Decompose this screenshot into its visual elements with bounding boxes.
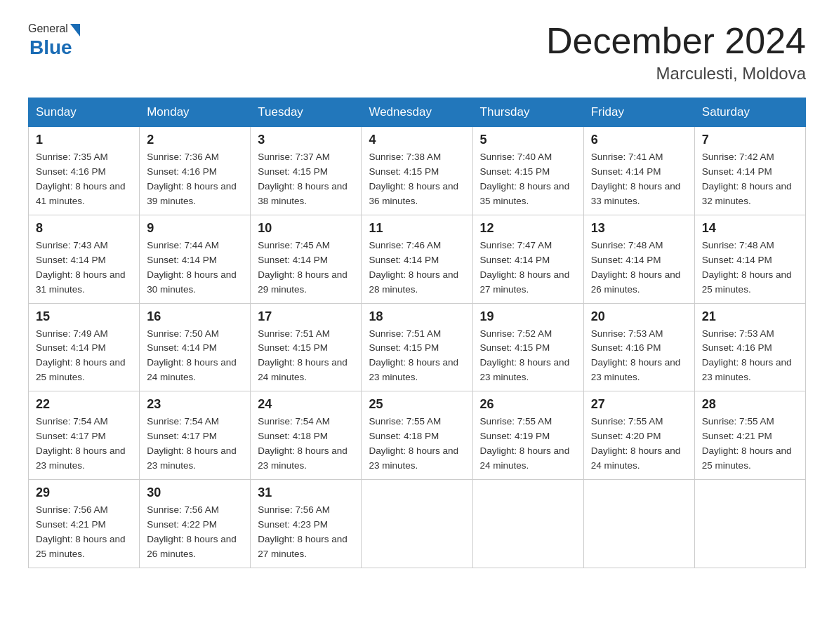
weekday-header-saturday: Saturday	[694, 98, 805, 127]
calendar-cell: 2 Sunrise: 7:36 AMSunset: 4:16 PMDayligh…	[140, 127, 251, 215]
calendar-cell: 25 Sunrise: 7:55 AMSunset: 4:18 PMDaylig…	[362, 391, 472, 480]
calendar-cell: 17 Sunrise: 7:51 AMSunset: 4:15 PMDaylig…	[251, 303, 362, 391]
logo: General Blue	[28, 21, 80, 59]
day-number: 28	[702, 397, 798, 412]
day-info: Sunrise: 7:41 AMSunset: 4:14 PMDaylight:…	[591, 152, 681, 206]
calendar-cell: 20 Sunrise: 7:53 AMSunset: 4:16 PMDaylig…	[583, 303, 694, 391]
calendar-cell: 29 Sunrise: 7:56 AMSunset: 4:21 PMDaylig…	[29, 479, 140, 568]
calendar-cell: 4 Sunrise: 7:38 AMSunset: 4:15 PMDayligh…	[362, 127, 472, 215]
day-info: Sunrise: 7:42 AMSunset: 4:14 PMDaylight:…	[702, 152, 792, 206]
calendar-cell: 30 Sunrise: 7:56 AMSunset: 4:22 PMDaylig…	[140, 479, 251, 568]
location-subtitle: Marculesti, Moldova	[546, 64, 806, 83]
calendar-cell: 6 Sunrise: 7:41 AMSunset: 4:14 PMDayligh…	[583, 127, 694, 215]
month-year-title: December 2024	[546, 21, 806, 61]
day-info: Sunrise: 7:46 AMSunset: 4:14 PMDaylight:…	[369, 240, 458, 295]
calendar-cell: 9 Sunrise: 7:44 AMSunset: 4:14 PMDayligh…	[140, 215, 251, 303]
day-info: Sunrise: 7:37 AMSunset: 4:15 PMDaylight:…	[258, 152, 348, 206]
day-number: 9	[147, 221, 243, 236]
calendar-cell: 28 Sunrise: 7:55 AMSunset: 4:21 PMDaylig…	[694, 391, 805, 480]
day-number: 23	[147, 397, 243, 412]
calendar-week-5: 29 Sunrise: 7:56 AMSunset: 4:21 PMDaylig…	[29, 479, 806, 568]
day-info: Sunrise: 7:38 AMSunset: 4:15 PMDaylight:…	[369, 152, 458, 206]
calendar-week-1: 1 Sunrise: 7:35 AMSunset: 4:16 PMDayligh…	[29, 127, 806, 215]
day-number: 12	[480, 221, 576, 236]
day-number: 31	[258, 485, 354, 500]
calendar-cell: 11 Sunrise: 7:46 AMSunset: 4:14 PMDaylig…	[362, 215, 472, 303]
calendar-cell: 10 Sunrise: 7:45 AMSunset: 4:14 PMDaylig…	[251, 215, 362, 303]
calendar-cell: 14 Sunrise: 7:48 AMSunset: 4:14 PMDaylig…	[694, 215, 805, 303]
day-info: Sunrise: 7:55 AMSunset: 4:18 PMDaylight:…	[369, 416, 458, 471]
day-info: Sunrise: 7:49 AMSunset: 4:14 PMDaylight:…	[36, 328, 126, 383]
day-number: 11	[369, 221, 465, 236]
calendar-cell: 23 Sunrise: 7:54 AMSunset: 4:17 PMDaylig…	[140, 391, 251, 480]
day-number: 20	[591, 309, 687, 324]
calendar-cell: 1 Sunrise: 7:35 AMSunset: 4:16 PMDayligh…	[29, 127, 140, 215]
day-number: 19	[480, 309, 576, 324]
day-number: 30	[147, 485, 243, 500]
day-info: Sunrise: 7:35 AMSunset: 4:16 PMDaylight:…	[36, 152, 126, 206]
day-info: Sunrise: 7:45 AMSunset: 4:14 PMDaylight:…	[258, 240, 348, 295]
weekday-header-sunday: Sunday	[29, 98, 140, 127]
day-info: Sunrise: 7:53 AMSunset: 4:16 PMDaylight:…	[702, 328, 792, 383]
day-number: 4	[369, 133, 465, 147]
day-info: Sunrise: 7:48 AMSunset: 4:14 PMDaylight:…	[702, 240, 792, 295]
day-info: Sunrise: 7:43 AMSunset: 4:14 PMDaylight:…	[36, 240, 126, 295]
day-number: 13	[591, 221, 687, 236]
day-info: Sunrise: 7:53 AMSunset: 4:16 PMDaylight:…	[591, 328, 681, 383]
page-header: General Blue December 2024 Marculesti, M…	[28, 21, 806, 83]
day-number: 3	[258, 133, 354, 147]
day-info: Sunrise: 7:36 AMSunset: 4:16 PMDaylight:…	[147, 152, 237, 206]
calendar-cell	[362, 479, 472, 568]
day-number: 22	[36, 397, 132, 412]
day-info: Sunrise: 7:52 AMSunset: 4:15 PMDaylight:…	[480, 328, 570, 383]
calendar-cell: 31 Sunrise: 7:56 AMSunset: 4:23 PMDaylig…	[251, 479, 362, 568]
calendar-cell: 12 Sunrise: 7:47 AMSunset: 4:14 PMDaylig…	[472, 215, 583, 303]
calendar-cell	[472, 479, 583, 568]
calendar-cell: 18 Sunrise: 7:51 AMSunset: 4:15 PMDaylig…	[362, 303, 472, 391]
calendar-cell: 15 Sunrise: 7:49 AMSunset: 4:14 PMDaylig…	[29, 303, 140, 391]
day-info: Sunrise: 7:50 AMSunset: 4:14 PMDaylight:…	[147, 328, 237, 383]
day-number: 8	[36, 221, 132, 236]
weekday-header-tuesday: Tuesday	[251, 98, 362, 127]
day-number: 16	[147, 309, 243, 324]
logo-blue-text: Blue	[29, 36, 72, 59]
calendar-cell: 19 Sunrise: 7:52 AMSunset: 4:15 PMDaylig…	[472, 303, 583, 391]
day-info: Sunrise: 7:55 AMSunset: 4:20 PMDaylight:…	[591, 416, 681, 471]
day-info: Sunrise: 7:51 AMSunset: 4:15 PMDaylight:…	[258, 328, 348, 383]
weekday-header-friday: Friday	[583, 98, 694, 127]
calendar-cell: 27 Sunrise: 7:55 AMSunset: 4:20 PMDaylig…	[583, 391, 694, 480]
day-number: 2	[147, 133, 243, 147]
day-number: 1	[36, 133, 132, 147]
day-number: 6	[591, 133, 687, 147]
calendar-cell: 7 Sunrise: 7:42 AMSunset: 4:14 PMDayligh…	[694, 127, 805, 215]
calendar-cell: 24 Sunrise: 7:54 AMSunset: 4:18 PMDaylig…	[251, 391, 362, 480]
day-number: 26	[480, 397, 576, 412]
day-info: Sunrise: 7:44 AMSunset: 4:14 PMDaylight:…	[147, 240, 237, 295]
calendar-cell: 21 Sunrise: 7:53 AMSunset: 4:16 PMDaylig…	[694, 303, 805, 391]
day-number: 24	[258, 397, 354, 412]
weekday-header-wednesday: Wednesday	[362, 98, 472, 127]
day-number: 29	[36, 485, 132, 500]
calendar-week-3: 15 Sunrise: 7:49 AMSunset: 4:14 PMDaylig…	[29, 303, 806, 391]
day-info: Sunrise: 7:54 AMSunset: 4:17 PMDaylight:…	[36, 416, 126, 471]
calendar-cell: 8 Sunrise: 7:43 AMSunset: 4:14 PMDayligh…	[29, 215, 140, 303]
calendar-cell: 13 Sunrise: 7:48 AMSunset: 4:14 PMDaylig…	[583, 215, 694, 303]
day-info: Sunrise: 7:54 AMSunset: 4:17 PMDaylight:…	[147, 416, 237, 471]
calendar-week-4: 22 Sunrise: 7:54 AMSunset: 4:17 PMDaylig…	[29, 391, 806, 480]
day-info: Sunrise: 7:55 AMSunset: 4:21 PMDaylight:…	[702, 416, 792, 471]
day-number: 27	[591, 397, 687, 412]
day-info: Sunrise: 7:54 AMSunset: 4:18 PMDaylight:…	[258, 416, 348, 471]
day-info: Sunrise: 7:56 AMSunset: 4:21 PMDaylight:…	[36, 504, 126, 559]
day-number: 18	[369, 309, 465, 324]
calendar-header-row: SundayMondayTuesdayWednesdayThursdayFrid…	[29, 98, 806, 127]
day-number: 14	[702, 221, 798, 236]
day-info: Sunrise: 7:40 AMSunset: 4:15 PMDaylight:…	[480, 152, 570, 206]
logo-general-text: General	[28, 22, 68, 35]
calendar-cell: 26 Sunrise: 7:55 AMSunset: 4:19 PMDaylig…	[472, 391, 583, 480]
day-number: 10	[258, 221, 354, 236]
day-info: Sunrise: 7:48 AMSunset: 4:14 PMDaylight:…	[591, 240, 681, 295]
day-number: 25	[369, 397, 465, 412]
weekday-header-monday: Monday	[140, 98, 251, 127]
day-number: 15	[36, 309, 132, 324]
day-number: 7	[702, 133, 798, 147]
